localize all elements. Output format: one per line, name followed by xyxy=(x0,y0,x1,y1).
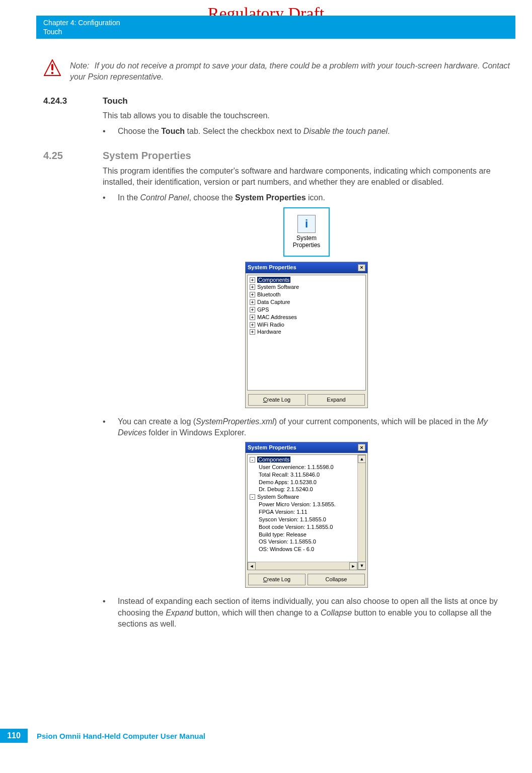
svg-rect-1 xyxy=(51,64,53,70)
warning-icon xyxy=(44,59,61,79)
dialog-titlebar: System Properties × xyxy=(246,262,367,273)
svg-point-2 xyxy=(51,72,54,74)
tree-item[interactable]: +WiFi Radio xyxy=(250,321,363,329)
page-footer: 110 Psion Omnii Hand-Held Computer User … xyxy=(0,729,205,743)
bullet-text: Instead of expanding each section of ite… xyxy=(118,596,510,630)
note-text: Note: If you do not receive a prompt to … xyxy=(70,60,515,82)
bullet-item: In the Control Panel, choose the System … xyxy=(103,192,510,203)
bullet-text: You can create a log (SystemProperties.x… xyxy=(118,416,510,439)
tree-item[interactable]: +System Software xyxy=(250,283,363,291)
close-button[interactable]: × xyxy=(358,264,365,271)
tree-item[interactable]: +MAC Addresses xyxy=(250,314,363,321)
close-button[interactable]: × xyxy=(358,444,365,451)
bullet-icon xyxy=(103,596,118,630)
section-4-24-3: 4.24.3 Touch xyxy=(36,96,515,106)
tree-item[interactable]: +Hardware xyxy=(250,328,363,336)
bullet-icon xyxy=(103,192,118,203)
tree-item[interactable]: -System Software xyxy=(250,493,363,501)
tree-item[interactable]: -Components xyxy=(250,456,363,463)
scroll-down-icon[interactable]: ▼ xyxy=(358,562,366,570)
tree-item[interactable]: Syscon Version: 1.1.5855.0 xyxy=(250,516,363,523)
tree-item[interactable]: +Bluetooth xyxy=(250,291,363,298)
dialog-titlebar: System Properties × xyxy=(246,442,367,453)
dialog-title: System Properties xyxy=(248,444,296,451)
dialog-title: System Properties xyxy=(248,264,296,271)
tree-item[interactable]: Build type: Release xyxy=(250,531,363,538)
section-title: System Properties xyxy=(103,150,191,162)
note-label: Note: xyxy=(70,61,89,70)
vertical-scrollbar[interactable]: ▲ ▼ xyxy=(357,455,365,570)
bullet-text: Choose the Touch tab. Select the checkbo… xyxy=(118,126,510,137)
system-properties-dialog-collapsed: System Properties × +Components+System S… xyxy=(245,262,368,408)
chapter-section: Touch xyxy=(43,27,508,36)
icon-label: SystemProperties xyxy=(293,235,321,249)
paragraph: This program identifies the computer's s… xyxy=(103,166,510,188)
bullet-item: You can create a log (SystemProperties.x… xyxy=(103,416,510,439)
section-number: 4.24.3 xyxy=(43,96,103,106)
page-number: 110 xyxy=(0,729,28,743)
create-log-button[interactable]: Create Log xyxy=(248,394,306,406)
tree-item[interactable]: +Components xyxy=(250,276,363,284)
section-4-25: 4.25 System Properties xyxy=(36,150,515,162)
tree-item[interactable]: +GPS xyxy=(250,306,363,314)
chapter-header: Chapter 4: Configuration Touch xyxy=(36,16,515,39)
bullet-icon xyxy=(103,416,118,439)
bullet-item: Choose the Touch tab. Select the checkbo… xyxy=(103,126,510,137)
note-body: If you do not receive a prompt to save y… xyxy=(70,61,510,81)
chapter-label: Chapter 4: Configuration xyxy=(43,18,508,27)
tree-item[interactable]: Total Recall: 3.11.5846.0 xyxy=(250,471,363,479)
tree-item[interactable]: Demo Apps: 1.0.5238.0 xyxy=(250,479,363,486)
tree-view[interactable]: -ComponentsUser Convenience: 1.1.5598.0T… xyxy=(247,454,366,570)
collapse-button[interactable]: Collapse xyxy=(308,574,365,585)
info-icon: i xyxy=(297,215,316,233)
tree-item[interactable]: +Data Capture xyxy=(250,298,363,306)
tree-item[interactable]: OS: Windows CE - 6.0 xyxy=(250,546,363,553)
tree-item[interactable]: Boot code Version: 1.1.5855.0 xyxy=(250,523,363,531)
bullet-item: Instead of expanding each section of ite… xyxy=(103,596,510,630)
footer-title: Psion Omnii Hand-Held Computer User Manu… xyxy=(37,732,205,740)
section-number: 4.25 xyxy=(43,150,103,162)
scroll-right-icon[interactable]: ► xyxy=(349,562,357,570)
tree-item[interactable]: Power Micro Version: 1.3.5855. xyxy=(250,501,363,508)
paragraph: This tab allows you to disable the touch… xyxy=(103,110,510,121)
bullet-icon xyxy=(103,126,118,137)
scroll-up-icon[interactable]: ▲ xyxy=(358,455,366,463)
expand-button[interactable]: Expand xyxy=(308,394,365,406)
section-title: Touch xyxy=(103,96,128,106)
tree-item[interactable]: User Convenience: 1.1.5598.0 xyxy=(250,463,363,471)
scroll-left-icon[interactable]: ◄ xyxy=(248,562,256,570)
note-block: Note: If you do not receive a prompt to … xyxy=(36,59,515,82)
create-log-button[interactable]: Create Log xyxy=(248,574,306,585)
tree-view[interactable]: +Components+System Software+Bluetooth+Da… xyxy=(247,275,366,391)
horizontal-scrollbar[interactable]: ◄ ► xyxy=(248,562,357,570)
system-properties-icon[interactable]: i SystemProperties xyxy=(283,207,330,257)
tree-item[interactable]: OS Version: 1.1.5855.0 xyxy=(250,538,363,546)
tree-item[interactable]: FPGA Version: 1.11 xyxy=(250,508,363,516)
tree-item[interactable]: Dr. Debug: 2.1.5240.0 xyxy=(250,486,363,493)
system-properties-dialog-expanded: System Properties × -ComponentsUser Conv… xyxy=(245,442,368,588)
bullet-text: In the Control Panel, choose the System … xyxy=(118,192,510,203)
